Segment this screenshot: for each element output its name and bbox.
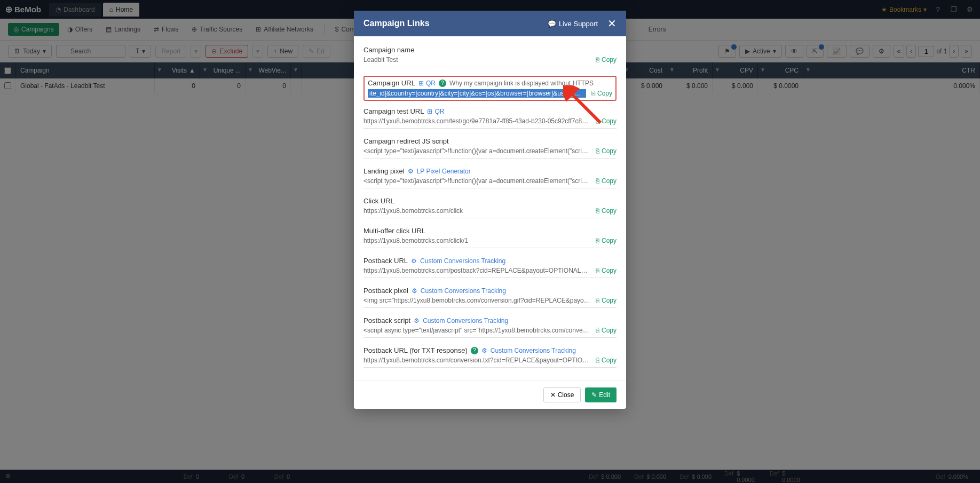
- field-group: Campaign nameLeadbit Test⎘Copy: [363, 46, 617, 67]
- field-group: Postback script⚙Custom Conversions Track…: [363, 316, 617, 338]
- extra-link[interactable]: LP Pixel Generator: [417, 168, 471, 175]
- copy-icon: ⎘: [596, 117, 599, 125]
- copy-icon: ⎘: [596, 327, 599, 334]
- field-group: Landing pixel⚙LP Pixel Generator<script …: [363, 167, 617, 188]
- copy-button[interactable]: ⎘Copy: [596, 56, 617, 64]
- edit-button[interactable]: ✎Edit: [585, 387, 617, 402]
- field-value[interactable]: <img src="https://1yxu8.bemobtrcks.com/c…: [363, 297, 590, 304]
- copy-button[interactable]: ⎘Copy: [596, 267, 617, 274]
- field-label: Postback script⚙Custom Conversions Track…: [363, 316, 617, 324]
- copy-button[interactable]: ⎘Copy: [596, 147, 617, 155]
- field-label: Postback URL⚙Custom Conversions Tracking: [363, 257, 617, 265]
- campaign-links-modal: Campaign Links 💬Live Support ✕ Campaign …: [354, 11, 626, 409]
- copy-button[interactable]: ⎘Copy: [596, 327, 617, 334]
- qr-icon: ⊞: [418, 80, 424, 87]
- field-value[interactable]: <script type="text/javascript">!function…: [363, 147, 590, 155]
- copy-button[interactable]: ⎘Copy: [591, 90, 612, 97]
- copy-icon: ⎘: [596, 56, 599, 64]
- field-note: Why my campaign link is displayed withou…: [449, 80, 594, 87]
- copy-icon: ⎘: [596, 207, 599, 215]
- field-group: Multi-offer click URLhttps://1yxu8.bemob…: [363, 227, 617, 248]
- field-label: Multi-offer click URL: [363, 227, 617, 235]
- copy-button[interactable]: ⎘Copy: [596, 237, 617, 244]
- edit-icon: ✎: [591, 391, 597, 399]
- field-group: Campaign test URL⊞QRhttps://1yxu8.bemobt…: [363, 107, 617, 129]
- gear-icon[interactable]: ⚙: [411, 257, 417, 265]
- modal-title: Campaign Links: [363, 19, 430, 28]
- gear-icon[interactable]: ⚙: [412, 287, 417, 295]
- field-label: Click URL: [363, 197, 617, 205]
- help-icon[interactable]: ?: [439, 80, 446, 87]
- gear-icon[interactable]: ⚙: [408, 168, 414, 175]
- modal-footer: ✕Close ✎Edit: [354, 381, 626, 409]
- field-label: Campaign URL⊞QR?Why my campaign link is …: [368, 79, 612, 87]
- field-label: Campaign name: [363, 46, 617, 54]
- field-group: Postback URL⚙Custom Conversions Tracking…: [363, 257, 617, 278]
- gear-icon[interactable]: ⚙: [481, 347, 487, 354]
- field-group: Postback URL (for TXT response)?⚙Custom …: [363, 346, 617, 368]
- copy-icon: ⎘: [591, 90, 595, 97]
- extra-link[interactable]: Custom Conversions Tracking: [491, 347, 576, 354]
- field-label: Campaign redirect JS script: [363, 137, 617, 145]
- copy-button[interactable]: ⎘Copy: [596, 357, 617, 364]
- field-label: Campaign test URL⊞QR: [363, 107, 617, 115]
- field-group: Click URLhttps://1yxu8.bemobtrcks.com/cl…: [363, 197, 617, 218]
- x-icon: ✕: [550, 391, 556, 399]
- extra-link[interactable]: Custom Conversions Tracking: [423, 317, 508, 324]
- close-icon[interactable]: ✕: [607, 18, 617, 29]
- field-value[interactable]: https://1yxu8.bemobtrcks.com/click/1: [363, 237, 590, 244]
- copy-icon: ⎘: [596, 147, 599, 155]
- copy-icon: ⎘: [596, 267, 599, 274]
- field-value[interactable]: ite_id]&country=[country]&city=[city]&os…: [368, 89, 586, 98]
- qr-link[interactable]: ⊞QR: [418, 80, 436, 87]
- field-value[interactable]: https://1yxu8.bemobtrcks.com/conversion.…: [363, 357, 590, 364]
- field-group: Postback pixel⚙Custom Conversions Tracki…: [363, 287, 617, 308]
- field-label: Postback pixel⚙Custom Conversions Tracki…: [363, 287, 617, 295]
- field-group: Campaign URL⊞QR?Why my campaign link is …: [363, 76, 617, 101]
- copy-icon: ⎘: [596, 177, 599, 185]
- copy-icon: ⎘: [596, 297, 599, 304]
- field-value[interactable]: https://1yxu8.bemobtrcks.com/postback?ci…: [363, 267, 590, 274]
- qr-icon: ⊞: [427, 108, 432, 115]
- field-value[interactable]: Leadbit Test: [363, 56, 590, 64]
- copy-button[interactable]: ⎘Copy: [596, 297, 617, 304]
- extra-link[interactable]: Custom Conversions Tracking: [421, 287, 506, 295]
- field-value[interactable]: https://1yxu8.bemobtrcks.com/test/go/9e7…: [363, 117, 590, 125]
- copy-button[interactable]: ⎘Copy: [596, 207, 617, 215]
- field-value[interactable]: https://1yxu8.bemobtrcks.com/click: [363, 207, 590, 215]
- chat-icon: 💬: [548, 20, 556, 28]
- qr-link[interactable]: ⊞QR: [427, 108, 444, 115]
- field-label: Landing pixel⚙LP Pixel Generator: [363, 167, 617, 175]
- copy-button[interactable]: ⎘Copy: [596, 117, 617, 125]
- modal-body: Campaign nameLeadbit Test⎘CopyCampaign U…: [354, 36, 626, 381]
- field-group: Campaign redirect JS script<script type=…: [363, 137, 617, 159]
- copy-icon: ⎘: [596, 237, 599, 244]
- help-icon[interactable]: ?: [471, 347, 478, 354]
- copy-button[interactable]: ⎘Copy: [596, 177, 617, 185]
- field-label: Postback URL (for TXT response)?⚙Custom …: [363, 346, 617, 354]
- extra-link[interactable]: Custom Conversions Tracking: [420, 257, 505, 265]
- modal-header: Campaign Links 💬Live Support ✕: [354, 11, 626, 36]
- gear-icon[interactable]: ⚙: [414, 317, 420, 324]
- field-value[interactable]: <script async type="text/javascript" src…: [363, 327, 590, 334]
- field-value[interactable]: <script type="text/javascript">!function…: [363, 177, 590, 185]
- copy-icon: ⎘: [596, 357, 599, 364]
- live-support-button[interactable]: 💬Live Support: [548, 20, 598, 28]
- close-button[interactable]: ✕Close: [543, 387, 581, 402]
